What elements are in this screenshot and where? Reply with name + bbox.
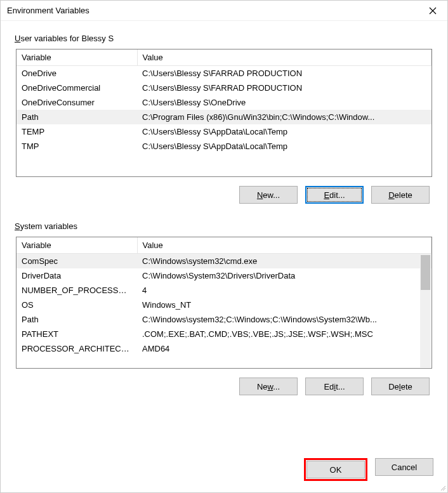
dialog-footer: OK Cancel	[1, 449, 447, 492]
cell-value: C:\Users\Blessy S\FARRAD PRODUCTION	[137, 81, 432, 95]
cell-value: C:\Windows\system32;C:\Windows;C:\Window…	[137, 312, 432, 327]
cell-variable: OneDriveCommercial	[16, 81, 137, 95]
system-button-row: New... Edit... Delete	[16, 369, 432, 399]
scrollbar[interactable]	[420, 255, 431, 367]
cell-variable: ComSpec	[16, 254, 137, 269]
cell-variable: NUMBER_OF_PROCESSORS	[16, 283, 137, 298]
col-value[interactable]: Value	[137, 237, 432, 254]
user-vars-label: User variables for Blessy S	[13, 34, 115, 43]
dialog-body: User variables for Blessy S Variable Val…	[1, 21, 447, 449]
table-row[interactable]: TEMPC:\Users\Blessy S\AppData\Local\Temp	[16, 124, 432, 139]
user-new-button[interactable]: New...	[239, 186, 298, 204]
cell-variable: TEMP	[16, 124, 137, 139]
user-vars-group: User variables for Blessy S Variable Val…	[12, 40, 436, 214]
col-variable[interactable]: Variable	[16, 237, 137, 254]
table-row[interactable]: DriverDataC:\Windows\System32\Drivers\Dr…	[16, 268, 432, 283]
cell-value: C:\Users\Blessy S\OneDrive	[137, 95, 432, 110]
table-row[interactable]: OneDriveCommercialC:\Users\Blessy S\FARR…	[16, 81, 432, 95]
system-vars-group: System variables Variable Value ComSpecC…	[12, 228, 436, 405]
cell-variable: OS	[16, 298, 137, 312]
close-icon	[429, 7, 437, 15]
system-new-button[interactable]: New...	[239, 378, 298, 395]
system-vars-label: System variables	[13, 221, 79, 231]
cell-value: C:\Windows\system32\cmd.exe	[137, 254, 432, 269]
user-delete-button[interactable]: Delete	[371, 186, 430, 204]
cell-value: Windows_NT	[137, 298, 432, 312]
cell-variable: TMP	[16, 139, 137, 154]
cell-value: C:\Users\Blessy S\AppData\Local\Temp	[137, 124, 432, 139]
system-delete-button[interactable]: Delete	[371, 378, 430, 395]
col-variable[interactable]: Variable	[16, 49, 137, 66]
ok-highlight: OK	[304, 458, 367, 481]
user-vars-table[interactable]: Variable Value OneDriveC:\Users\Blessy S…	[16, 49, 432, 177]
user-button-row: New... Edit... Delete	[16, 177, 432, 207]
cell-variable: DriverData	[16, 268, 137, 283]
cell-variable: PATHEXT	[16, 327, 137, 341]
close-button[interactable]	[418, 1, 447, 21]
cell-value: C:\Users\Blessy S\FARRAD PRODUCTION	[137, 66, 432, 81]
env-vars-dialog: Environment Variables User variables for…	[0, 0, 448, 493]
table-row[interactable]: PathC:\Windows\system32;C:\Windows;C:\Wi…	[16, 312, 432, 327]
user-edit-button[interactable]: Edit...	[305, 186, 364, 204]
table-row[interactable]: PATHEXT.COM;.EXE;.BAT;.CMD;.VBS;.VBE;.JS…	[16, 327, 432, 341]
cell-value: 4	[137, 283, 432, 298]
system-vars-table[interactable]: Variable Value ComSpecC:\Windows\system3…	[16, 237, 432, 369]
cell-variable: OneDrive	[16, 66, 137, 81]
cell-variable: Path	[16, 110, 137, 124]
table-row[interactable]: ComSpecC:\Windows\system32\cmd.exe	[16, 254, 432, 269]
table-row[interactable]: PROCESSOR_ARCHITECTU...AMD64	[16, 341, 432, 356]
table-row[interactable]: PathC:\Program Files (x86)\GnuWin32\bin;…	[16, 110, 432, 124]
table-row[interactable]: OneDriveC:\Users\Blessy S\FARRAD PRODUCT…	[16, 66, 432, 81]
cancel-button[interactable]: Cancel	[375, 458, 433, 476]
table-row[interactable]: OneDriveConsumerC:\Users\Blessy S\OneDri…	[16, 95, 432, 110]
cell-variable: PROCESSOR_ARCHITECTU...	[16, 341, 137, 356]
cell-value: C:\Windows\System32\Drivers\DriverData	[137, 268, 432, 283]
table-row[interactable]: NUMBER_OF_PROCESSORS4	[16, 283, 432, 298]
window-title: Environment Variables	[7, 6, 89, 15]
scrollbar-thumb[interactable]	[421, 255, 430, 290]
col-value[interactable]: Value	[137, 49, 432, 66]
cell-value: C:\Program Files (x86)\GnuWin32\bin;C:\W…	[137, 110, 432, 124]
system-edit-button[interactable]: Edit...	[305, 378, 364, 395]
cell-value: C:\Users\Blessy S\AppData\Local\Temp	[137, 139, 432, 154]
titlebar: Environment Variables	[1, 1, 447, 21]
cell-value: .COM;.EXE;.BAT;.CMD;.VBS;.VBE;.JS;.JSE;.…	[137, 327, 432, 341]
cell-variable: Path	[16, 312, 137, 327]
cell-variable: OneDriveConsumer	[16, 95, 137, 110]
table-row[interactable]: TMPC:\Users\Blessy S\AppData\Local\Temp	[16, 139, 432, 154]
ok-button[interactable]: OK	[306, 461, 365, 478]
table-row[interactable]: OSWindows_NT	[16, 298, 432, 312]
cell-value: AMD64	[137, 341, 432, 356]
